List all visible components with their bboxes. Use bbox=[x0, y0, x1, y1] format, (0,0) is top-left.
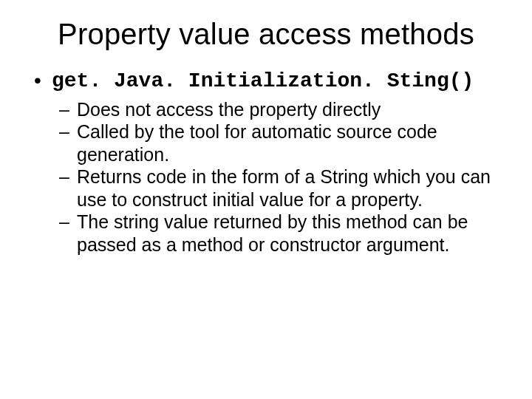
bullet-icon: • bbox=[34, 70, 41, 91]
list-text: The string value returned by this method… bbox=[77, 211, 468, 255]
dash-icon: – bbox=[59, 120, 69, 143]
page-title: Property value access methods bbox=[30, 18, 502, 51]
list-item: – Called by the tool for automatic sourc… bbox=[77, 120, 502, 166]
bullet-list-level1: • get. Java. Initialization. Sting() – D… bbox=[30, 69, 502, 256]
list-text: Returns code in the form of a String whi… bbox=[77, 166, 491, 210]
list-item: • get. Java. Initialization. Sting() – D… bbox=[52, 69, 502, 256]
list-item: – The string value returned by this meth… bbox=[77, 211, 502, 256]
dash-icon: – bbox=[59, 98, 69, 121]
list-item: – Does not access the property directly bbox=[77, 98, 502, 121]
list-text: Does not access the property directly bbox=[77, 99, 381, 120]
slide: Property value access methods • get. Jav… bbox=[0, 0, 532, 399]
method-name: get. Java. Initialization. Sting() bbox=[52, 69, 474, 92]
bullet-list-level2: – Does not access the property directly … bbox=[52, 98, 502, 256]
list-item: – Returns code in the form of a String w… bbox=[77, 166, 502, 211]
list-text: Called by the tool for automatic source … bbox=[77, 121, 437, 165]
dash-icon: – bbox=[59, 211, 69, 233]
dash-icon: – bbox=[59, 166, 69, 188]
